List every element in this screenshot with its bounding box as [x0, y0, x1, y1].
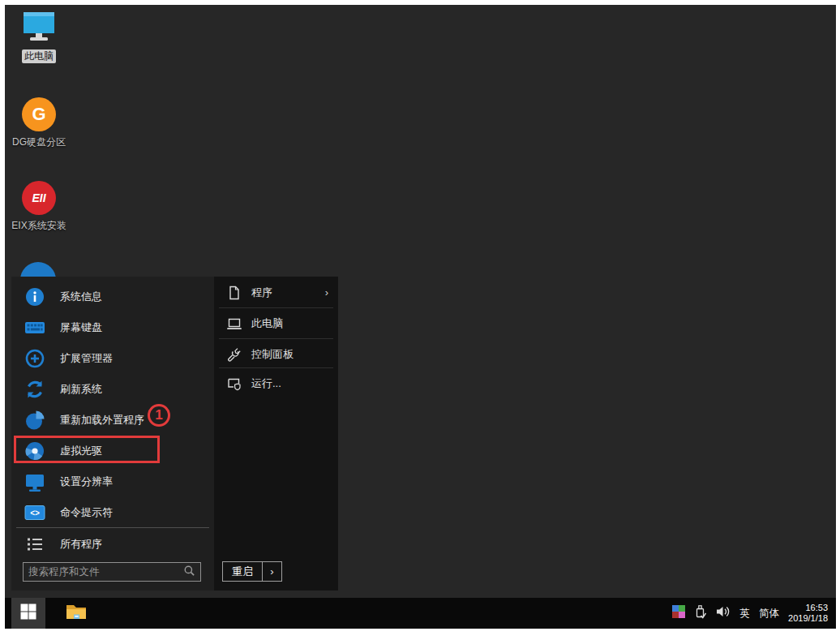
menu-item-onscreen-keyboard[interactable]: 屏幕键盘 [11, 312, 214, 343]
desktop-icon-eix-install[interactable]: EII EIX系统安装 [6, 181, 71, 233]
taskbar: 英 简体 16:53 2019/1/18 [5, 598, 836, 629]
color-profile-icon[interactable] [672, 605, 685, 621]
keyboard-icon [24, 317, 45, 338]
restart-button[interactable]: 重启 › [222, 561, 282, 582]
search-icon[interactable] [183, 565, 195, 580]
monitor-icon [20, 10, 58, 45]
menu-item-this-pc[interactable]: 此电脑 [214, 308, 338, 338]
desktop-icon-this-pc[interactable]: 此电脑 [6, 10, 71, 63]
list-icon [24, 534, 45, 555]
usb-eject-icon[interactable] [694, 604, 706, 623]
document-icon [227, 286, 242, 300]
desktop-icon-label: DG硬盘分区 [12, 135, 66, 149]
search-input[interactable] [24, 563, 183, 581]
start-button[interactable] [11, 598, 45, 629]
desktop-icon-label: 此电脑 [22, 49, 56, 63]
diskgenius-icon: G [22, 97, 56, 131]
menu-item-extension-manager[interactable]: 扩展管理器 [11, 343, 214, 374]
info-icon [24, 286, 45, 307]
start-menu-right-panel: 程序 › 此电脑 控制面板 [214, 277, 338, 591]
menu-item-reload-external-programs[interactable]: 重新加载外置程序 [11, 405, 214, 436]
system-tray: 英 简体 16:53 2019/1/18 [672, 603, 836, 624]
disc-icon [24, 440, 45, 462]
menu-item-command-prompt[interactable]: <> 命令提示符 [11, 497, 214, 528]
folder-icon [65, 602, 88, 625]
display-icon [24, 471, 45, 492]
menu-item-virtual-cd-drive[interactable]: 虚拟光驱 [11, 436, 214, 466]
chevron-right-icon: › [325, 286, 328, 299]
clock-time: 16:53 [788, 603, 828, 613]
menu-item-control-panel[interactable]: 控制面板 [214, 339, 338, 369]
desktop-icon-diskgenius[interactable]: G DG硬盘分区 [6, 97, 71, 149]
menu-item-run[interactable]: 运行... [214, 368, 338, 398]
desktop: 此电脑 G DG硬盘分区 EII EIX系统安装 系统信息 [5, 5, 836, 629]
search-box [23, 562, 201, 582]
language-indicator[interactable]: 英 [740, 607, 751, 621]
windows-logo-icon [20, 603, 36, 623]
clock-date: 2019/1/18 [788, 613, 828, 624]
eix-icon: EII [22, 181, 56, 215]
pie-chart-icon [24, 410, 45, 431]
computer-icon [227, 316, 242, 331]
start-menu-left-panel: 系统信息 屏幕键盘 [11, 277, 214, 591]
ime-indicator[interactable]: 简体 [759, 607, 779, 621]
menu-item-all-programs[interactable]: 所有程序 [11, 530, 214, 559]
menu-item-set-resolution[interactable]: 设置分辨率 [11, 466, 214, 497]
refresh-icon [24, 379, 45, 400]
volume-icon[interactable] [715, 605, 731, 621]
file-explorer-button[interactable] [60, 598, 92, 629]
restart-options-chevron[interactable]: › [262, 562, 281, 581]
desktop-icon-label: EIX系统安装 [11, 219, 66, 233]
terminal-icon: <> [24, 502, 45, 523]
run-shield-icon [227, 376, 242, 391]
wrench-icon [227, 347, 242, 362]
clock[interactable]: 16:53 2019/1/18 [788, 603, 828, 624]
menu-item-refresh-system[interactable]: 刷新系统 [11, 374, 214, 405]
divider [16, 527, 209, 528]
menu-item-programs[interactable]: 程序 › [214, 277, 338, 307]
menu-item-system-info[interactable]: 系统信息 [11, 281, 214, 312]
plus-circle-icon [24, 348, 45, 369]
svg-text:<>: <> [30, 509, 40, 518]
